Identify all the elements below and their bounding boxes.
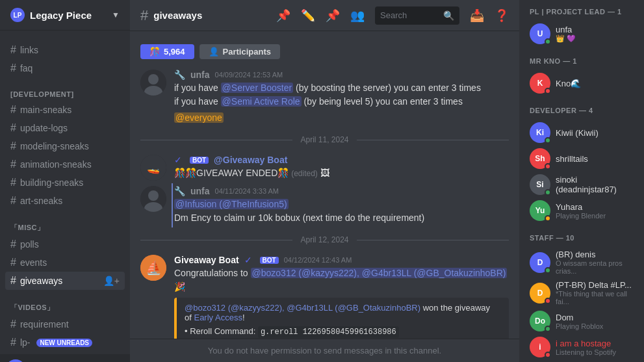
member-info-delta: (PT-BR) Delta #LP... *This thing that we…	[556, 280, 634, 305]
member-name-kno: Kno🌊	[556, 79, 581, 88]
member-badges: 👑 💜	[556, 34, 576, 43]
date-label2: April 12, 2024	[300, 235, 348, 244]
embed-reroll: • Reroll Command: g.reroll 1226958045996…	[185, 326, 501, 337]
channel-label: animation-sneaks	[20, 159, 92, 170]
members-section-developer: DEVELOPER — 4 Ki Kiwii (Kiwii) Sh shrill…	[524, 107, 639, 224]
date-line-left2	[140, 240, 292, 240]
channel-hash-icon: #	[10, 104, 16, 116]
sidebar-item-polls[interactable]: # polls	[5, 235, 125, 253]
sidebar-item-art-sneaks[interactable]: # art-sneaks	[5, 192, 125, 210]
channel-hash-icon: #	[10, 122, 16, 134]
search-input[interactable]	[380, 10, 439, 20]
members-icon[interactable]: 👥	[350, 8, 365, 23]
svg-point-6	[148, 190, 159, 201]
member-info-dom: Dom Playing Roblox	[556, 313, 603, 330]
pin-icon[interactable]: 📌	[276, 8, 290, 23]
sidebar-bottom: U 🎤 🎧 ⚙	[0, 354, 130, 362]
playing-status-delta: *This thing that we call fai...	[556, 290, 634, 305]
mention-infusion[interactable]: @Infusion (@TheInfusion5)	[174, 199, 289, 209]
channel-label: faq	[20, 63, 32, 73]
server-dropdown-icon[interactable]: ▼	[112, 10, 120, 19]
sidebar-item-events[interactable]: # events	[5, 253, 125, 272]
playing-status-dom: Playing Roblox	[556, 322, 603, 330]
edit-icon[interactable]: ✏️	[301, 8, 315, 23]
member-name-shrilltails: shrilltails	[556, 154, 588, 164]
boost-icon[interactable]: 📌	[326, 8, 340, 23]
section-pl-label: PL | PROJECT LEAD — 1	[524, 8, 639, 16]
sidebar-item-building-sneaks[interactable]: # building-sneaks	[5, 174, 125, 192]
message-text-unfa2: @Infusion (@TheInfusion5) Dm Ency to cla…	[174, 198, 509, 225]
member-name-yuhara: Yuhara	[556, 202, 606, 212]
member-item-kno[interactable]: K Kno🌊	[524, 70, 639, 96]
tool-icon: 🔧	[174, 70, 185, 80]
no-permission-bar: You do not have permission to send messa…	[130, 339, 519, 362]
sidebar-item-main-sneaks[interactable]: # main-sneaks	[5, 101, 125, 119]
member-item-delta[interactable]: D (PT-BR) Delta #LP... *This thing that …	[524, 278, 639, 308]
inbox-icon[interactable]: 📥	[470, 8, 484, 23]
sidebar-item-links[interactable]: # links	[5, 41, 125, 59]
new-unreads-badge: NEW UNREADS	[36, 339, 92, 347]
message-header-unfa2: 🔧 unfa 04/11/2024 3:33 AM	[174, 186, 509, 196]
main-chat: # giveaways 📌 ✏️ 📌 👥 🔍 📥 ❓ 🎊 5,964 👤 Par…	[130, 0, 519, 362]
member-info-sinoki: sinoki (deadninjstar87)	[556, 175, 634, 194]
mention-semi-active[interactable]: @Semi Active Role	[221, 96, 302, 107]
sidebar-item-lp[interactable]: # lp- NEW UNREADS	[5, 333, 125, 352]
reroll-label: • Reroll Command:	[185, 326, 258, 336]
member-name-kiwii: Kiwii (Kiwii)	[556, 128, 599, 138]
member-name-dom: Dom	[556, 313, 603, 322]
member-item-kiwii[interactable]: Ki Kiwii (Kiwii)	[524, 120, 639, 146]
member-item-denis[interactable]: D (BR) denis O wissam senta pros crias..…	[524, 247, 639, 278]
sidebar-item-modeling-sneaks[interactable]: # modeling-sneaks	[5, 137, 125, 155]
member-avatar-delta: D	[530, 283, 550, 304]
giveaway-count-button[interactable]: 🎊 5,964	[140, 44, 194, 59]
member-item-sinoki[interactable]: Si sinoki (deadninjstar87)	[524, 172, 639, 198]
channel-hash-icon: #	[10, 44, 16, 56]
channel-hash-icon: #	[10, 318, 16, 330]
participants-button[interactable]: 👤 Participants	[200, 44, 280, 59]
server-header[interactable]: LP Legacy Piece ▼	[0, 0, 130, 31]
search-bar[interactable]: 🔍	[375, 6, 459, 25]
sidebar-item-faq[interactable]: # faq	[5, 59, 125, 77]
embed-prize-name[interactable]: Early Access	[194, 313, 242, 322]
member-name-hostage: i am a hostage	[556, 339, 616, 348]
members-section-staff: STAFF — 10 D (BR) denis O wissam senta p…	[524, 234, 639, 360]
channel-hash-icon: #	[10, 257, 16, 268]
date-label: April 11, 2024	[300, 135, 348, 144]
message-text-congrats: Congratulations to @bozo312 (@kazyys222)…	[174, 266, 509, 294]
member-item-yuhara[interactable]: Yu Yuhara Playing Blender	[524, 198, 639, 224]
sidebar-item-requirement[interactable]: # requirement	[5, 315, 125, 333]
tool-icon2: 🔧	[174, 186, 185, 196]
sidebar-item-animation-sneaks[interactable]: # animation-sneaks	[5, 155, 125, 174]
date-divider-april11: April 11, 2024	[130, 127, 519, 152]
channel-label: events	[20, 257, 47, 268]
verified-icon: ✓	[174, 155, 182, 165]
sidebar-item-update-logs[interactable]: # update-logs	[5, 119, 125, 137]
member-item-shrilltails[interactable]: Sh shrilltails	[524, 146, 639, 172]
help-icon[interactable]: ❓	[495, 8, 509, 23]
status-dot-dom	[545, 326, 551, 332]
mention-server-booster[interactable]: @Server Booster	[221, 83, 294, 93]
sidebar-item-giveaways[interactable]: # giveaways 👤+	[5, 272, 125, 290]
message-header-bot: ✓ BOT @Giveaway Boat	[174, 155, 509, 165]
message-text: if you have @Server Booster (by boosting…	[174, 81, 509, 109]
member-item-dom[interactable]: Do Dom Playing Roblox	[524, 308, 639, 334]
svg-text:⛵: ⛵	[146, 260, 162, 276]
sidebar-section-videos: 「VIDEOS」 # requirement # lp- NEW UNREADS	[0, 292, 130, 354]
sidebar: LP Legacy Piece ▼ # links # faq [DEVELOP…	[0, 0, 130, 362]
member-info-denis: (BR) denis O wissam senta pros crias...	[556, 250, 634, 275]
member-item-unfa[interactable]: U unfa 👑 💜	[524, 21, 639, 47]
status-dot-kno	[545, 88, 551, 94]
channel-hash-icon: #	[10, 337, 16, 348]
message-body-bot: ✓ BOT @Giveaway Boat 🎊🎊GIVEAWAY ENDED🎊 (…	[174, 155, 509, 181]
add-member-icon[interactable]: 👤+	[103, 276, 120, 286]
message-author-giveaway-boat: Giveaway Boat	[174, 255, 239, 265]
message-timestamp-boat: 04/12/2024 12:43 AM	[284, 256, 352, 264]
channel-label: main-sneaks	[20, 105, 71, 115]
message-body-giveaway-boat: Giveaway Boat ✓ BOT 04/12/2024 12:43 AM …	[174, 255, 509, 339]
mention-everyone[interactable]: @everyone	[174, 112, 224, 123]
embed-winner1[interactable]: @bozo312 (@kazyys222), @G4br13LL (@GB_Ot…	[185, 303, 420, 313]
status-dot-hostage	[545, 352, 551, 358]
message-timestamp: 04/09/2024 12:53 AM	[215, 71, 283, 79]
mention-winner1[interactable]: @bozo312 (@kazyys222), @G4br13LL (@GB_Ot…	[251, 268, 508, 278]
member-item-hostage[interactable]: i i am a hostage Listening to Spotify	[524, 334, 639, 360]
